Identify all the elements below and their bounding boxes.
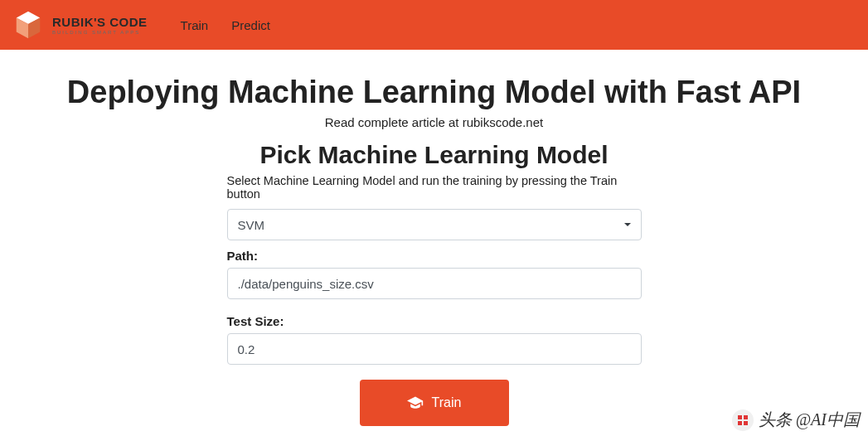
section-description: Select Machine Learning Model and run th…	[227, 174, 642, 201]
form-wrap: Select Machine Learning Model and run th…	[227, 174, 642, 436]
section-title: Pick Machine Learning Model	[36, 141, 832, 169]
brand-title: RUBIK'S CODE	[52, 16, 148, 28]
graduation-cap-icon	[407, 396, 424, 409]
model-select[interactable]: SVM	[227, 209, 642, 240]
watermark-text: 头条 @AI中国	[759, 409, 860, 431]
testsize-group: Test Size:	[227, 314, 642, 365]
testsize-label: Test Size:	[227, 314, 642, 328]
watermark-icon	[732, 409, 754, 431]
path-label: Path:	[227, 249, 642, 263]
svg-rect-5	[738, 421, 742, 425]
watermark: 头条 @AI中国	[732, 409, 860, 431]
nav-predict[interactable]: Predict	[231, 18, 270, 32]
train-button[interactable]: Train	[360, 380, 509, 426]
path-input[interactable]	[227, 268, 642, 299]
svg-rect-4	[744, 415, 748, 419]
testsize-input[interactable]	[227, 333, 642, 365]
brand-logo[interactable]: RUBIK'S CODE BUILDING SMART APPS	[12, 9, 148, 41]
svg-rect-6	[744, 421, 748, 425]
cube-icon	[12, 9, 44, 41]
page-subtitle: Read complete article at rubikscode.net	[36, 115, 832, 129]
brand-subtitle: BUILDING SMART APPS	[52, 30, 148, 35]
nav-train[interactable]: Train	[181, 18, 209, 32]
path-group: Path:	[227, 249, 642, 299]
train-button-label: Train	[432, 395, 462, 410]
navbar: RUBIK'S CODE BUILDING SMART APPS Train P…	[0, 0, 868, 50]
main-container: Deploying Machine Learning Model with Fa…	[20, 50, 849, 436]
page-title: Deploying Machine Learning Model with Fa…	[36, 75, 832, 110]
svg-rect-3	[738, 415, 742, 419]
